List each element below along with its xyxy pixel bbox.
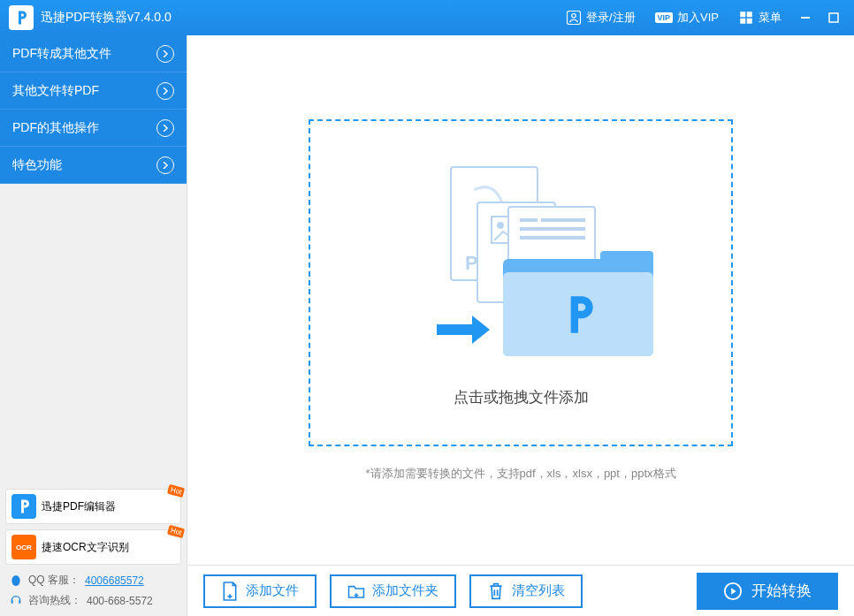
vip-badge-icon: VIP bbox=[655, 12, 674, 23]
hotline-number: 400-668-5572 bbox=[87, 595, 153, 607]
start-convert-button[interactable]: 开始转换 bbox=[697, 573, 838, 610]
bottom-toolbar: 添加文件 添加文件夹 清空列表 开始转换 bbox=[187, 565, 854, 616]
pdf-editor-icon bbox=[11, 494, 36, 519]
svg-rect-4 bbox=[740, 19, 745, 24]
ocr-icon: OCR bbox=[11, 535, 36, 559]
sidebar-item-special[interactable]: 特色功能 bbox=[0, 147, 187, 184]
file-add-icon bbox=[221, 581, 239, 602]
grid-icon bbox=[738, 10, 754, 26]
content: PDF转成其他文件 其他文件转PDF PDF的其他操作 特色功能 bbox=[0, 35, 854, 616]
hot-badge: Hot bbox=[166, 525, 185, 538]
sidebar-item-pdf-to-other[interactable]: PDF转成其他文件 bbox=[0, 35, 187, 72]
sidebar-item-other-to-pdf[interactable]: 其他文件转PDF bbox=[0, 72, 187, 110]
svg-rect-5 bbox=[747, 19, 752, 24]
user-icon bbox=[566, 10, 582, 26]
add-folder-button[interactable]: 添加文件夹 bbox=[330, 574, 456, 608]
menu-label: 菜单 bbox=[759, 10, 782, 26]
chevron-right-icon bbox=[156, 119, 174, 137]
app-title: 迅捷PDF转换器v7.4.0.0 bbox=[41, 10, 172, 26]
qq-support: QQ 客服： 4006685572 bbox=[5, 570, 181, 590]
trash-icon bbox=[487, 581, 505, 602]
svg-rect-15 bbox=[520, 236, 585, 240]
svg-point-11 bbox=[497, 222, 504, 229]
svg-point-1 bbox=[572, 14, 576, 19]
app-logo-icon bbox=[9, 5, 34, 30]
svg-rect-2 bbox=[740, 11, 745, 17]
sidebar-nav: PDF转成其他文件 其他文件转PDF PDF的其他操作 特色功能 bbox=[0, 35, 187, 184]
sidebar-item-label: 特色功能 bbox=[12, 157, 62, 173]
maximize-button[interactable] bbox=[820, 4, 847, 31]
qq-number-link[interactable]: 4006685572 bbox=[85, 574, 144, 587]
promo-pdf-editor[interactable]: 迅捷PDF编辑器 Hot bbox=[5, 489, 181, 524]
minimize-button[interactable] bbox=[792, 4, 819, 31]
login-label: 登录/注册 bbox=[586, 10, 636, 26]
chevron-right-icon bbox=[156, 156, 174, 174]
sidebar: PDF转成其他文件 其他文件转PDF PDF的其他操作 特色功能 bbox=[0, 35, 187, 616]
chevron-right-icon bbox=[156, 45, 174, 63]
titlebar-left: 迅捷PDF转换器v7.4.0.0 bbox=[0, 5, 172, 30]
chevron-right-icon bbox=[156, 82, 174, 100]
vip-label: 加入VIP bbox=[677, 10, 719, 26]
main-area: PDF bbox=[187, 35, 854, 616]
dropzone-text: 点击或拖拽文件添加 bbox=[454, 387, 589, 407]
menu-button[interactable]: 菜单 bbox=[729, 0, 790, 35]
sidebar-spacer bbox=[0, 184, 187, 483]
titlebar-right: 登录/注册 VIP 加入VIP 菜单 bbox=[557, 0, 854, 35]
sidebar-item-label: PDF转成其他文件 bbox=[12, 46, 111, 62]
file-dropzone[interactable]: PDF bbox=[309, 119, 733, 446]
hotline-support: 咨询热线： 400-668-5572 bbox=[5, 590, 181, 611]
hot-badge: Hot bbox=[166, 484, 185, 498]
login-button[interactable]: 登录/注册 bbox=[557, 0, 644, 35]
titlebar: 迅捷PDF转换器v7.4.0.0 登录/注册 VIP 加入VIP 菜单 bbox=[0, 0, 854, 35]
button-label: 添加文件 bbox=[246, 582, 299, 599]
arrow-right-icon bbox=[432, 312, 494, 351]
button-label: 添加文件夹 bbox=[372, 582, 438, 599]
hotline-label: 咨询热线： bbox=[28, 593, 81, 608]
sidebar-item-label: 其他文件转PDF bbox=[12, 83, 99, 99]
button-label: 开始转换 bbox=[751, 581, 812, 601]
vip-button[interactable]: VIP 加入VIP bbox=[646, 0, 728, 35]
sidebar-bottom: 迅捷PDF编辑器 Hot OCR 捷速OCR文字识别 Hot QQ 客服： 40… bbox=[0, 483, 187, 616]
play-icon bbox=[723, 582, 743, 601]
svg-rect-3 bbox=[747, 11, 752, 17]
sidebar-item-pdf-other-ops[interactable]: PDF的其他操作 bbox=[0, 110, 187, 147]
qq-label: QQ 客服： bbox=[28, 573, 80, 588]
promo-label: 迅捷PDF编辑器 bbox=[42, 499, 116, 514]
promo-label: 捷速OCR文字识别 bbox=[42, 540, 129, 555]
svg-rect-12 bbox=[520, 218, 538, 222]
sidebar-item-label: PDF的其他操作 bbox=[12, 120, 99, 136]
format-hint: *请添加需要转换的文件，支持pdf，xls，xlsx，ppt，pptx格式 bbox=[365, 466, 675, 482]
dropzone-illustration: PDF bbox=[397, 157, 644, 369]
main-content: PDF bbox=[187, 35, 854, 565]
headset-icon bbox=[9, 594, 23, 608]
svg-rect-14 bbox=[520, 227, 585, 231]
promo-ocr[interactable]: OCR 捷速OCR文字识别 Hot bbox=[5, 529, 181, 565]
svg-rect-7 bbox=[829, 13, 838, 22]
svg-rect-13 bbox=[541, 218, 585, 222]
folder-icon bbox=[503, 246, 653, 356]
clear-list-button[interactable]: 清空列表 bbox=[469, 574, 583, 608]
qq-icon bbox=[9, 574, 23, 588]
button-label: 清空列表 bbox=[512, 582, 565, 599]
folder-add-icon bbox=[347, 581, 365, 602]
svg-point-8 bbox=[11, 575, 19, 586]
add-file-button[interactable]: 添加文件 bbox=[203, 574, 316, 608]
